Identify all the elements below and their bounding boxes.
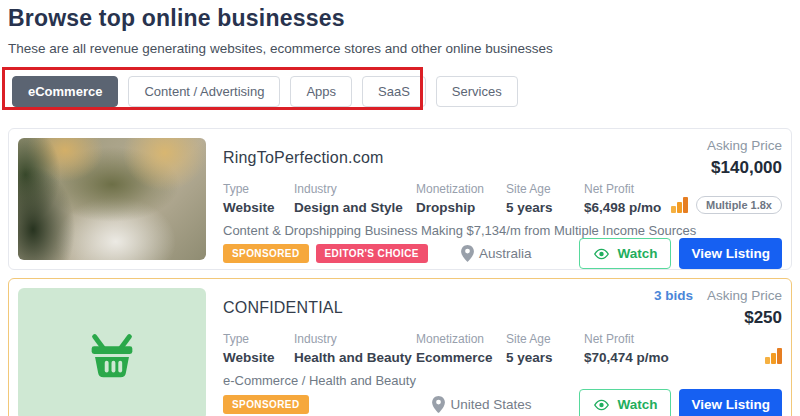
site-age-label: Site Age — [506, 332, 584, 346]
monetization-value: Ecommerce — [416, 350, 506, 365]
page-title: Browse top online businesses — [8, 5, 792, 32]
multiple-badge: Multiple 1.8x — [696, 196, 782, 214]
watch-button-label: Watch — [617, 397, 657, 412]
monetization-label: Monetization — [416, 332, 506, 346]
watch-button[interactable]: Watch — [579, 238, 671, 269]
listing-title[interactable]: CONFIDENTIAL — [223, 299, 343, 317]
asking-price-value: $140,000 — [707, 158, 782, 178]
badges: SPONSORED — [223, 395, 309, 414]
tab-content-advertising[interactable]: Content / Advertising — [128, 76, 280, 107]
site-age-value: 5 years — [506, 350, 584, 365]
tab-saas[interactable]: SaaS — [362, 76, 426, 107]
type-label: Type — [223, 182, 294, 196]
asking-price-label: Asking Price — [707, 138, 782, 153]
price-block: Asking Price $140,000 — [707, 138, 782, 178]
industry-value: Design and Style — [294, 200, 416, 215]
site-age-value: 5 years — [506, 200, 584, 215]
type-value: Website — [223, 200, 294, 215]
watch-button[interactable]: Watch — [579, 389, 671, 416]
industry-value: Health and Beauty — [294, 350, 416, 365]
listing-thumbnail-basket[interactable] — [18, 288, 206, 416]
eye-icon — [593, 399, 610, 411]
tab-services[interactable]: Services — [436, 76, 518, 107]
badges: SPONSORED EDITOR'S CHOICE — [223, 244, 428, 263]
listing-location: Australia — [461, 245, 532, 262]
tab-ecommerce[interactable]: eCommerce — [12, 76, 118, 107]
monetization-value: Dropship — [416, 200, 506, 215]
map-pin-icon — [432, 396, 445, 413]
asking-price-label: Asking Price — [707, 288, 782, 303]
listing-meta: Type Website Industry Design and Style M… — [223, 182, 782, 215]
bids-link[interactable]: 3 bids — [654, 288, 693, 303]
monetization-label: Monetization — [416, 182, 506, 196]
listing-title[interactable]: RingToPerfection.com — [223, 149, 384, 167]
price-block: 3 bids Asking Price $250 — [654, 288, 782, 328]
listings-list: RingToPerfection.com Asking Price $140,0… — [8, 128, 792, 416]
net-profit-label: Net Profit — [584, 182, 661, 196]
view-listing-button[interactable]: View Listing — [679, 389, 782, 416]
net-profit-value: $6,498 p/mo — [584, 200, 661, 215]
industry-label: Industry — [294, 182, 416, 196]
net-profit-value: $70,474 p/mo — [584, 350, 669, 365]
view-listing-button[interactable]: View Listing — [679, 238, 782, 269]
eye-icon — [593, 248, 610, 260]
net-profit-label: Net Profit — [584, 332, 669, 346]
location-text: United States — [450, 397, 531, 412]
listing-location: United States — [432, 396, 531, 413]
bar-chart-icon — [671, 197, 688, 213]
browse-page: Browse top online businesses These are a… — [0, 0, 800, 416]
category-tabs: eCommerce Content / Advertising Apps Saa… — [8, 73, 792, 107]
industry-label: Industry — [294, 332, 416, 346]
listing-card[interactable]: CONFIDENTIAL 3 bids Asking Price $250 Ty… — [8, 278, 792, 416]
listing-thumbnail-photo[interactable] — [18, 138, 206, 260]
listing-meta: Type Website Industry Health and Beauty … — [223, 332, 782, 365]
type-label: Type — [223, 332, 294, 346]
asking-price-value: $250 — [654, 308, 782, 328]
sponsored-badge: SPONSORED — [223, 395, 309, 414]
editors-choice-badge: EDITOR'S CHOICE — [316, 244, 428, 263]
listing-description: Content & Dropshipping Business Making $… — [223, 223, 782, 238]
tab-apps[interactable]: Apps — [290, 76, 352, 107]
type-value: Website — [223, 350, 294, 365]
listing-description: e-Commerce / Health and Beauty — [223, 373, 782, 388]
shopping-basket-icon — [81, 323, 143, 385]
watch-button-label: Watch — [617, 246, 657, 261]
category-tabs-section: eCommerce Content / Advertising Apps Saa… — [8, 73, 792, 115]
listing-body: CONFIDENTIAL 3 bids Asking Price $250 Ty… — [223, 288, 782, 416]
listing-card[interactable]: RingToPerfection.com Asking Price $140,0… — [8, 128, 792, 270]
bar-chart-icon — [765, 348, 782, 364]
page-subtitle: These are all revenue generating website… — [8, 41, 792, 56]
sponsored-badge: SPONSORED — [223, 244, 309, 263]
listing-body: RingToPerfection.com Asking Price $140,0… — [223, 138, 782, 260]
site-age-label: Site Age — [506, 182, 584, 196]
location-text: Australia — [479, 246, 532, 261]
map-pin-icon — [461, 245, 474, 262]
